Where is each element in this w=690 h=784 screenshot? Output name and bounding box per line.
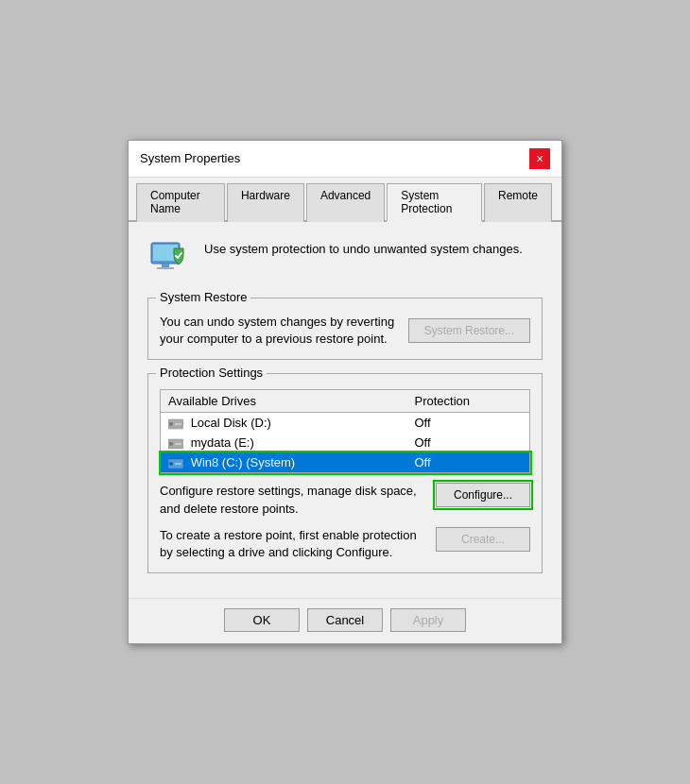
configure-button[interactable]: Configure... (436, 483, 530, 507)
system-drive-icon (168, 458, 183, 469)
svg-point-11 (169, 462, 173, 466)
tab-content: Use system protection to undo unwanted s… (129, 222, 561, 598)
drive-name-win8-c: Win8 (C:) (System) (161, 452, 407, 473)
apply-button[interactable]: Apply (390, 608, 466, 632)
tab-computer-name[interactable]: Computer Name (136, 183, 225, 222)
protection-mydata-e: Off (406, 433, 529, 452)
svg-point-8 (169, 442, 173, 446)
system-restore-button[interactable]: System Restore... (408, 318, 530, 343)
dialog-title: System Properties (140, 151, 240, 165)
tab-advanced[interactable]: Advanced (306, 183, 385, 222)
tab-bar: Computer Name Hardware Advanced System P… (129, 178, 561, 222)
bottom-buttons: OK Cancel Apply (129, 598, 561, 643)
drives-table: Available Drives Protection Local Disk ( (160, 389, 530, 473)
title-bar: System Properties × (129, 141, 561, 178)
drive-name-mydata-e: mydata (E:) (161, 433, 407, 452)
configure-row: Configure restore settings, manage disk … (160, 483, 530, 517)
protection-win8-c: Off (406, 452, 529, 473)
ok-button[interactable]: OK (224, 608, 300, 632)
col-available-drives: Available Drives (161, 390, 407, 413)
svg-rect-2 (162, 264, 169, 267)
protection-settings-section: Protection Settings Available Drives Pro… (147, 373, 543, 573)
create-description: To create a restore point, first enable … (160, 527, 436, 561)
svg-rect-12 (175, 463, 181, 465)
system-restore-section: System Restore You can undo system chang… (147, 298, 543, 360)
svg-rect-6 (175, 423, 181, 425)
protection-settings-label: Protection Settings (156, 366, 267, 380)
drive-name-local-d: Local Disk (D:) (161, 413, 407, 434)
col-protection: Protection (406, 390, 529, 413)
create-row: To create a restore point, first enable … (160, 527, 530, 561)
close-button[interactable]: × (529, 148, 550, 169)
header-section: Use system protection to undo unwanted s… (147, 237, 543, 282)
system-restore-description: You can undo system changes by reverting… (160, 314, 408, 348)
system-restore-label: System Restore (156, 290, 250, 304)
cancel-button[interactable]: Cancel (307, 608, 383, 632)
header-description: Use system protection to undo unwanted s… (204, 237, 523, 258)
table-row[interactable]: Local Disk (D:) Off (161, 413, 530, 434)
configure-description: Configure restore settings, manage disk … (160, 483, 436, 517)
create-button[interactable]: Create... (436, 527, 530, 552)
svg-rect-9 (175, 443, 181, 445)
tab-hardware[interactable]: Hardware (227, 183, 304, 222)
table-header-row: Available Drives Protection (161, 390, 530, 413)
table-row[interactable]: mydata (E:) Off (161, 433, 530, 452)
system-protection-icon (147, 237, 193, 282)
drive-icon (168, 418, 183, 430)
table-row-selected[interactable]: Win8 (C:) (System) Off (161, 452, 530, 473)
svg-point-5 (169, 422, 173, 426)
protection-local-d: Off (406, 413, 529, 434)
drive-icon (168, 438, 183, 450)
tab-system-protection[interactable]: System Protection (387, 183, 482, 222)
system-restore-row: You can undo system changes by reverting… (160, 314, 530, 348)
svg-rect-3 (157, 267, 174, 269)
tab-remote[interactable]: Remote (484, 183, 552, 222)
system-properties-dialog: System Properties × Computer Name Hardwa… (128, 140, 562, 644)
